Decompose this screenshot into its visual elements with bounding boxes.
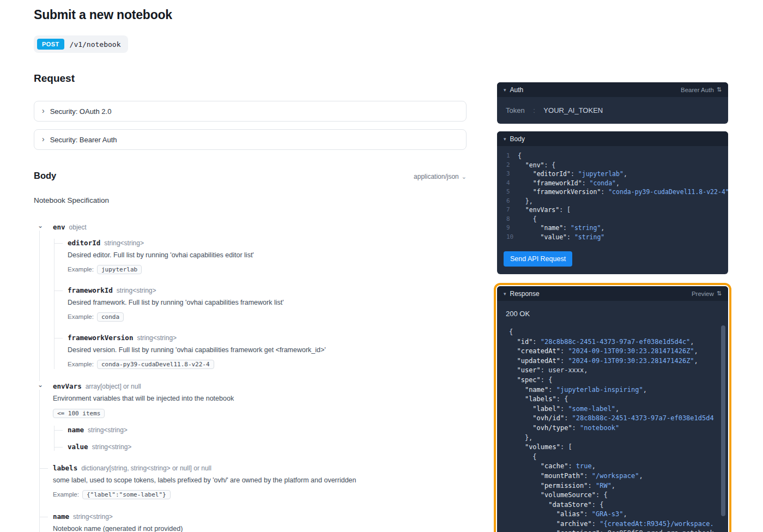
response-code-line: "label": "some-label", xyxy=(509,404,719,414)
property-name: env xyxy=(53,223,65,231)
response-code-line: "ovh/type": "notebook" xyxy=(509,424,719,433)
schema-property: frameworkIdstring<string>Desired framewo… xyxy=(68,286,467,322)
schema-tree: ⌄envobjecteditorIdstring<string>Desired … xyxy=(39,223,467,532)
body-section-header[interactable]: ▾ Body xyxy=(497,131,728,146)
response-code-line: "spec": { xyxy=(509,376,719,385)
response-code-line: "container": 9cc858f58-prod-gra-notebook xyxy=(509,529,719,532)
response-code-line: "labels": { xyxy=(509,395,719,404)
line-number: 2 xyxy=(502,161,518,170)
line-number: 4 xyxy=(502,179,518,188)
response-code-line: "archive": "{createdAt:R9345}/workspace. xyxy=(509,519,719,529)
http-method-badge: POST xyxy=(37,39,64,50)
response-code-line: { xyxy=(509,328,719,337)
body-code-lines: 1{2 "env": {3 "editorId": "jupyterlab",4… xyxy=(502,152,723,241)
line-number: 3 xyxy=(502,170,518,179)
page-title: Submit a new notebook xyxy=(34,8,728,22)
chevron-down-icon: ▾ xyxy=(504,136,506,142)
api-docs-page: Submit a new notebook POST /v1/notebook … xyxy=(0,0,763,532)
example-chip: jupyterlab xyxy=(97,265,142,274)
schema-property-header: editorIdstring<string> xyxy=(68,239,467,247)
content-type-select[interactable]: application/json ⌄ xyxy=(414,173,467,180)
response-view-value: Preview xyxy=(692,291,714,297)
schema-property-header: namestring<string> xyxy=(53,512,467,521)
response-code-view[interactable]: { "id": "28c8b88c-2451-4373-97a7-ef038e1… xyxy=(497,323,728,532)
chevron-down-icon: ⌄ xyxy=(36,222,45,231)
content-type-value: application/json xyxy=(414,173,459,180)
response-code-line: "name": "jupyterlab-inspiring", xyxy=(509,385,719,395)
schema-property-header[interactable]: ⌄envobject xyxy=(53,223,467,231)
auth-section-header[interactable]: ▾ Auth Bearer Auth ⇅ xyxy=(497,82,728,97)
auth-section-title: Auth xyxy=(510,86,524,94)
response-status: 200 OK xyxy=(497,301,728,323)
property-type: dictionary[string, string<string> or nul… xyxy=(81,464,211,472)
response-code-line: "ovh/id": "28c8b88c-2451-4373-97a7-ef038… xyxy=(509,414,719,424)
property-type: string<string> xyxy=(73,513,113,521)
code-line: 2 "env": { xyxy=(502,161,723,170)
response-code-line: "dataStore": { xyxy=(509,500,719,510)
security-bearer-label: Security: Bearer Auth xyxy=(50,136,117,144)
schema-property-header: labelsdictionary[string, string<string> … xyxy=(53,464,467,472)
send-row: Send API Request xyxy=(497,250,728,274)
body-heading-row: Body application/json ⌄ xyxy=(34,171,467,181)
schema-property-header: frameworkIdstring<string> xyxy=(68,286,467,294)
body-section-title: Body xyxy=(510,135,525,143)
send-api-request-button[interactable]: Send API Request xyxy=(504,251,572,267)
property-name: name xyxy=(53,512,69,521)
schema-title: Notebook Specification xyxy=(34,196,467,204)
schema-property-header: namestring<string> xyxy=(68,426,467,434)
auth-section: ▾ Auth Bearer Auth ⇅ Token : YOUR_AI_TOK… xyxy=(497,82,728,124)
property-name: name xyxy=(68,426,84,434)
up-down-arrows-icon: ⇅ xyxy=(717,290,722,297)
response-code-line: }, xyxy=(509,433,719,443)
request-heading: Request xyxy=(34,72,467,84)
up-down-arrows-icon: ⇅ xyxy=(717,86,722,93)
response-code-line: "volumes": [ xyxy=(509,443,719,452)
response-section-header[interactable]: ▾ Response Preview ⇅ xyxy=(497,286,728,301)
schema-property-header[interactable]: ⌄envVarsarray[object] or null xyxy=(53,382,467,390)
line-number: 10 xyxy=(502,233,518,242)
token-colon: : xyxy=(533,106,535,114)
code-line: 6 }, xyxy=(502,197,723,206)
auth-scheme-select[interactable]: Bearer Auth ⇅ xyxy=(681,86,722,93)
property-description: some label, used to scope tokens, labels… xyxy=(53,475,467,485)
property-name: envVars xyxy=(53,382,82,390)
property-description: Desired version. Full list by running 'o… xyxy=(68,345,467,355)
property-type: string<string> xyxy=(117,287,156,294)
token-input[interactable]: YOUR_AI_TOKEN xyxy=(543,106,603,114)
schema-property-header: valuestring<string> xyxy=(68,443,467,451)
response-code-line: "volumeSource": { xyxy=(509,491,719,500)
schema-children: editorIdstring<string>Desired editor. Fu… xyxy=(54,239,467,369)
property-type: array[object] or null xyxy=(86,383,141,390)
vertical-scrollbar[interactable] xyxy=(721,325,725,516)
code-line: 10 "value": "string" xyxy=(502,233,723,242)
property-description: Desired editor. Full list by running 'ov… xyxy=(68,250,467,260)
code-line: 5 "frameworkVersion": "conda-py39-cudaDe… xyxy=(502,188,723,197)
example-label: Example: xyxy=(53,491,79,498)
property-description: Environment variables that will be injec… xyxy=(53,394,467,403)
schema-property: valuestring<string> xyxy=(68,443,467,451)
example-chip: {"label":"some-label"} xyxy=(82,490,171,499)
code-line: 7 "envVars": [ xyxy=(502,205,723,215)
line-number: 1 xyxy=(502,152,518,161)
request-body-section: ▾ Body 1{2 "env": {3 "editorId": "jupyte… xyxy=(497,131,728,274)
code-line: 3 "editorId": "jupyterlab", xyxy=(502,170,723,179)
auth-scheme-value: Bearer Auth xyxy=(681,87,714,93)
response-code-line: "alias": "GRA-s3", xyxy=(509,510,719,519)
response-code-line: "user": user-xxxx, xyxy=(509,366,719,376)
response-view-select[interactable]: Preview ⇅ xyxy=(692,290,722,297)
line-number: 9 xyxy=(502,223,518,233)
code-line: 9 "name": "string", xyxy=(502,223,723,233)
property-name: value xyxy=(68,443,88,451)
schema-property: ⌄envVarsarray[object] or nullEnvironment… xyxy=(53,382,467,450)
response-code-lines: { "id": "28c8b88c-2451-4373-97a7-ef038e1… xyxy=(509,328,719,532)
security-bearer-accordion[interactable]: › Security: Bearer Auth xyxy=(34,129,467,150)
example-label: Example: xyxy=(68,266,94,273)
request-body-editor[interactable]: 1{2 "env": {3 "editorId": "jupyterlab",4… xyxy=(497,146,728,250)
property-name: labels xyxy=(53,464,77,472)
schema-children: namestring<string>valuestring<string> xyxy=(54,426,467,451)
chevron-down-icon: ⌄ xyxy=(462,173,467,180)
security-oauth-accordion[interactable]: › Security: OAuth 2.0 xyxy=(34,101,467,122)
endpoint-path: /v1/notebook xyxy=(70,40,121,49)
code-line: 4 "frameworkId": "conda", xyxy=(502,179,723,188)
response-code-line: { xyxy=(509,452,719,462)
